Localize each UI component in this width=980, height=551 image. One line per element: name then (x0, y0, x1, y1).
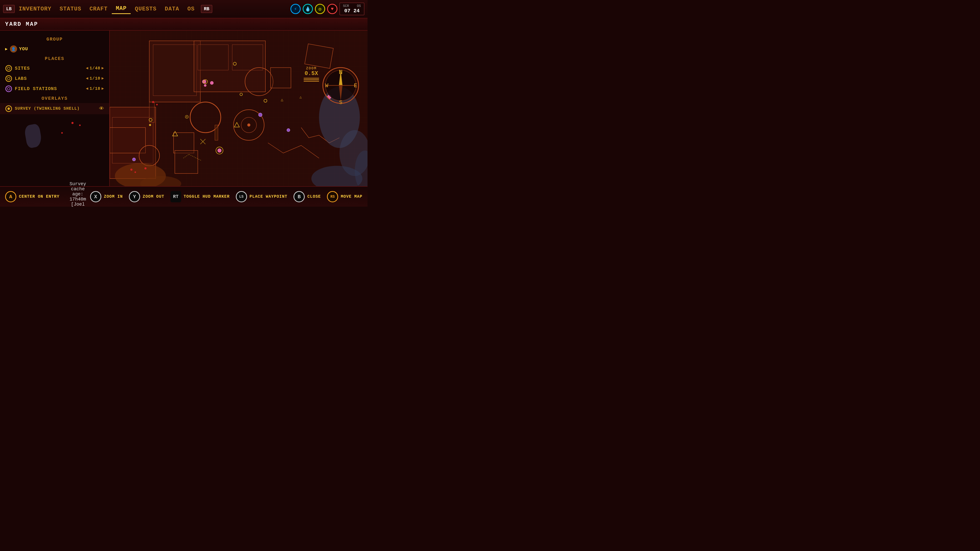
center-on-entry-label: CENTER ON ENTRY (19, 194, 59, 199)
zoom-out-label: ZOOM OUT (143, 194, 164, 199)
places-section-label: PLACES (0, 54, 109, 63)
svg-point-57 (218, 149, 221, 152)
svg-point-43 (156, 104, 158, 105)
y-button[interactable]: Y (129, 191, 140, 202)
action-close: B CLOSE (293, 191, 321, 202)
scr-time: 07 24 (343, 8, 361, 14)
sidebar-item-survey[interactable]: SURVEY (TWINKLING SHELL) 👁 (0, 103, 109, 114)
tab-inventory[interactable]: INVENTORY (15, 4, 56, 14)
action-zoom-in: X ZOOM IN (90, 191, 123, 202)
sidebar-item-labs[interactable]: LABS ◄ 1/10 ► (0, 73, 109, 84)
svg-rect-19 (175, 151, 198, 173)
svg-point-56 (186, 116, 187, 118)
svg-text:E: E (354, 83, 357, 89)
svg-point-45 (135, 171, 136, 173)
svg-rect-52 (215, 125, 218, 140)
map-area[interactable]: △ △ (110, 30, 368, 186)
a-button[interactable]: A (5, 191, 16, 202)
sites-icon (5, 65, 12, 72)
svg-point-28 (204, 84, 207, 87)
compass: N S W E (321, 66, 360, 105)
svg-point-40 (287, 129, 290, 132)
action-center-on-entry: A CENTER ON ENTRY (5, 191, 59, 202)
move-map-label: MOVE MAP (341, 194, 363, 199)
survey-label: SURVEY (TWINKLING SHELL) (15, 106, 99, 111)
you-arrow-icon: ▶ (5, 46, 8, 52)
svg-text:△: △ (300, 95, 302, 99)
action-move-map: RS MOVE MAP (327, 191, 363, 202)
toggle-hud-label: TOGGLE HUD MARKER (184, 194, 230, 199)
you-label: YOU (19, 46, 28, 52)
eye-icon[interactable]: 👁 (99, 106, 104, 112)
tab-quests[interactable]: QUESTS (130, 4, 161, 14)
svg-point-42 (152, 101, 154, 103)
svg-text:W: W (325, 83, 328, 89)
field-stations-counter: ◄ 1/18 ► (86, 86, 104, 91)
scr-box: SCR OS 07 24 (339, 3, 364, 15)
field-stations-label: FIELD STATIONS (15, 86, 57, 91)
compass-icon: ◎ (315, 4, 325, 14)
action-zoom-out: Y ZOOM OUT (129, 191, 164, 202)
svg-point-44 (130, 168, 132, 171)
map-svg: △ △ (110, 30, 368, 186)
group-section-label: GROUP (0, 35, 109, 44)
overlays-section-label: OVERLAYS (0, 94, 109, 103)
b-button[interactable]: B (293, 191, 305, 202)
x-button[interactable]: X (90, 191, 101, 202)
ls-button[interactable]: LS (236, 191, 247, 202)
zoom-value: 0.5X (304, 70, 319, 77)
page-title: YARD MAP (5, 21, 38, 27)
rb-button[interactable]: RB (201, 5, 213, 13)
nav-tabs: LB INVENTORY STATUS CRAFT MAP QUESTS DAT… (3, 4, 290, 14)
scr-label: SCR OS (343, 4, 361, 8)
sidebar-item-sites[interactable]: SITES ◄ 1/48 ► (0, 63, 109, 73)
zoom-lines (304, 78, 319, 82)
water-icon: 💧 (303, 4, 313, 14)
tab-map[interactable]: MAP (112, 4, 131, 14)
labs-icon (5, 75, 12, 82)
heart-icon: ♥ (327, 4, 337, 14)
place-waypoint-label: PLACE WAYPOINT (250, 194, 287, 199)
tab-status[interactable]: STATUS (56, 4, 85, 14)
zoom-label: ZOOM (304, 66, 319, 70)
page-title-bar: YARD MAP (0, 18, 368, 30)
labs-counter: ◄ 1/10 ► (86, 76, 104, 81)
action-place-waypoint: LS PLACE WAYPOINT (236, 191, 287, 202)
field-stations-icon (5, 85, 12, 92)
bottom-bar: A CENTER ON ENTRY Survey cache age: 17h4… (0, 186, 368, 206)
sidebar: GROUP ▶ 👤 YOU PLACES SITES ◄ 1/48 ► LABS… (0, 30, 110, 186)
svg-point-20 (139, 145, 159, 166)
sites-counter: ◄ 1/48 ► (86, 66, 104, 71)
svg-text:S: S (339, 100, 342, 105)
top-nav-bar: LB INVENTORY STATUS CRAFT MAP QUESTS DAT… (0, 0, 368, 18)
svg-rect-7 (198, 44, 228, 70)
action-toggle-hud: RT TOGGLE HUD MARKER (170, 191, 230, 202)
sidebar-item-you[interactable]: ▶ 👤 YOU (0, 44, 109, 54)
svg-point-53 (210, 81, 213, 84)
lb-button[interactable]: LB (3, 5, 15, 13)
svg-point-41 (132, 158, 135, 161)
svg-point-49 (149, 124, 151, 126)
svg-rect-8 (232, 44, 263, 70)
svg-text:N: N (339, 69, 342, 76)
svg-rect-5 (153, 44, 197, 96)
survey-cache-message: Survey cache age: 17h40m [Joel Franey] (65, 181, 90, 206)
rs-button[interactable]: RS (327, 191, 338, 202)
svg-point-39 (259, 113, 262, 117)
svg-point-16 (247, 124, 250, 127)
you-avatar-icon: 👤 (10, 45, 17, 52)
sites-label: SITES (15, 66, 30, 71)
svg-rect-18 (110, 127, 145, 153)
tab-craft[interactable]: CRAFT (86, 4, 112, 14)
sidebar-item-field-stations[interactable]: FIELD STATIONS ◄ 1/18 ► (0, 84, 109, 94)
svg-rect-11 (305, 44, 333, 68)
zoom-info: ZOOM 0.5X (304, 66, 319, 83)
status-icons: ⚡ 💧 ◎ ♥ SCR OS 07 24 (290, 3, 364, 15)
svg-text:△: △ (281, 98, 283, 102)
svg-rect-10 (270, 68, 291, 88)
lightning-icon: ⚡ (290, 4, 301, 14)
survey-icon (5, 105, 12, 112)
tab-os[interactable]: OS (183, 4, 199, 14)
rt-button[interactable]: RT (170, 191, 181, 202)
tab-data[interactable]: DATA (161, 4, 183, 14)
